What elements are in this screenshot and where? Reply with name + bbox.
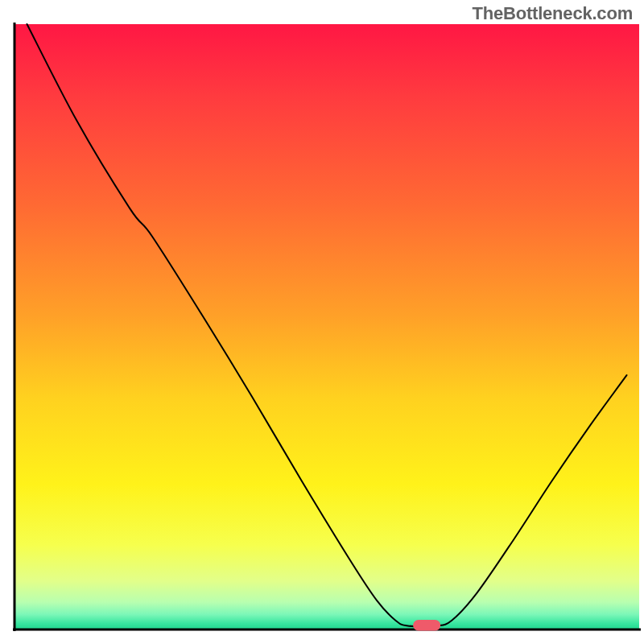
optimal-point-marker xyxy=(413,620,440,631)
watermark-text: TheBottleneck.com xyxy=(472,3,633,24)
chart-container: TheBottleneck.com xyxy=(0,0,644,644)
bottleneck-chart xyxy=(0,0,644,644)
plot-background xyxy=(14,24,639,630)
